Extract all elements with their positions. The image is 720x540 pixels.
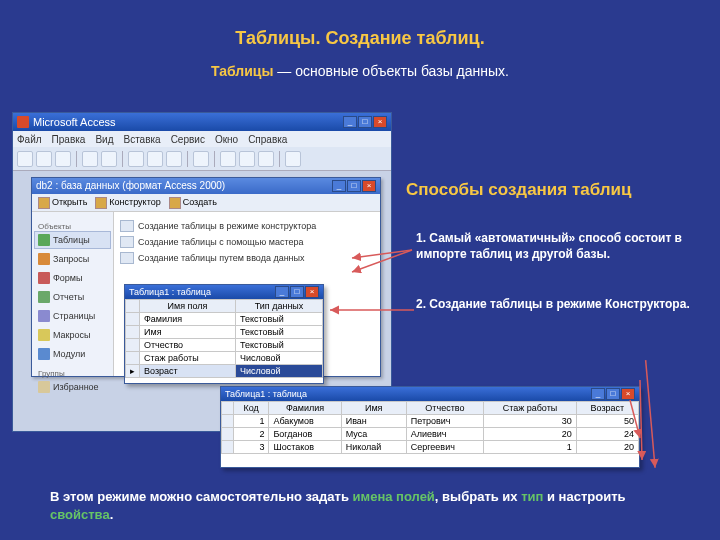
db-design-button[interactable]: Конструктор	[95, 197, 160, 209]
menu-help[interactable]: Справка	[248, 134, 287, 145]
design-max-button[interactable]: □	[290, 286, 304, 298]
data-close-button[interactable]: ×	[621, 388, 635, 400]
reports-icon	[38, 291, 50, 303]
access-window: Microsoft Access _ □ × Файл Правка Вид В…	[12, 112, 392, 432]
table-row: 1АбакумовИванПетрович3050	[222, 415, 639, 428]
bottom-caption: В этом режиме можно самостоятельно задат…	[50, 488, 670, 524]
new-icon	[169, 197, 181, 209]
toolbar-help-icon[interactable]	[285, 151, 301, 167]
col-experience[interactable]: Стаж работы	[484, 402, 577, 415]
access-title: Microsoft Access	[33, 113, 116, 131]
col-age[interactable]: Возраст	[576, 402, 638, 415]
col-code[interactable]: Код	[234, 402, 269, 415]
table-row: 3ШостаковНиколайСергеевич120	[222, 441, 639, 454]
maximize-button[interactable]: □	[358, 116, 372, 128]
toolbar-office-icon[interactable]	[220, 151, 236, 167]
db-maximize-button[interactable]: □	[347, 180, 361, 192]
design-row: ФамилияТекстовый	[126, 313, 323, 326]
tables-icon	[38, 234, 50, 246]
close-button[interactable]: ×	[373, 116, 387, 128]
toolbar-save-icon[interactable]	[55, 151, 71, 167]
db-open-button[interactable]: Открыть	[38, 197, 87, 209]
data-min-button[interactable]: _	[591, 388, 605, 400]
toolbar-undo-icon[interactable]	[193, 151, 209, 167]
access-logo-icon	[17, 116, 29, 128]
design-min-button[interactable]: _	[275, 286, 289, 298]
db-minimize-button[interactable]: _	[332, 180, 346, 192]
toolbar-cut-icon[interactable]	[128, 151, 144, 167]
design-row: ОтчествоТекстовый	[126, 339, 323, 352]
svg-line-5	[646, 360, 655, 468]
menu-insert[interactable]: Вставка	[123, 134, 160, 145]
create-table-design[interactable]: Создание таблицы в режиме конструктора	[120, 218, 374, 234]
caption-part: , выбрать их	[435, 489, 521, 504]
cat-macros[interactable]: Макросы	[34, 326, 111, 344]
design-title: Таблица1 : таблица	[129, 285, 211, 299]
entry-option-icon	[120, 252, 134, 264]
datasheet-title: Таблица1 : таблица	[225, 387, 307, 401]
toolbar-new-icon[interactable]	[17, 151, 33, 167]
way-1-text: 1. Самый «автоматичный» способ состоит в…	[416, 230, 696, 262]
caption-part: и настроить	[543, 489, 625, 504]
cat-modules[interactable]: Модули	[34, 345, 111, 363]
open-icon	[38, 197, 50, 209]
cat-reports[interactable]: Отчеты	[34, 288, 111, 306]
datasheet-grid[interactable]: Код Фамилия Имя Отчество Стаж работы Воз…	[221, 401, 639, 454]
design-icon	[95, 197, 107, 209]
db-titlebar[interactable]: db2 : база данных (формат Access 2000) _…	[32, 178, 380, 194]
cat-queries[interactable]: Запросы	[34, 250, 111, 268]
col-patronymic[interactable]: Отчество	[406, 402, 483, 415]
datasheet-titlebar[interactable]: Таблица1 : таблица _ □ ×	[221, 387, 639, 401]
cat-pages[interactable]: Страницы	[34, 307, 111, 325]
wizard-option-icon	[120, 236, 134, 248]
subtitle-rest: — основные объекты базы данных.	[273, 63, 509, 79]
minimize-button[interactable]: _	[343, 116, 357, 128]
cat-tables[interactable]: Таблицы	[34, 231, 111, 249]
db-new-button[interactable]: Создать	[169, 197, 217, 209]
col-field-name[interactable]: Имя поля	[140, 300, 236, 313]
main-toolbar	[13, 147, 391, 171]
toolbar-rel-icon[interactable]	[239, 151, 255, 167]
data-max-button[interactable]: □	[606, 388, 620, 400]
pages-icon	[38, 310, 50, 322]
toolbar-analyze-icon[interactable]	[258, 151, 274, 167]
col-field-type[interactable]: Тип данных	[235, 300, 322, 313]
subtitle-emph: Таблицы	[211, 63, 273, 79]
toolbar-copy-icon[interactable]	[147, 151, 163, 167]
menu-view[interactable]: Вид	[95, 134, 113, 145]
way-2-text: 2. Создание таблицы в режиме Конструктор…	[416, 296, 696, 312]
caption-emph: свойства	[50, 507, 110, 522]
create-table-wizard[interactable]: Создание таблицы с помощью мастера	[120, 234, 374, 250]
access-titlebar[interactable]: Microsoft Access _ □ ×	[13, 113, 391, 131]
design-row: ИмяТекстовый	[126, 326, 323, 339]
table-datasheet-window: Таблица1 : таблица _ □ × Код Фамилия Имя…	[220, 386, 640, 468]
svg-line-4	[640, 380, 642, 460]
toolbar-paste-icon[interactable]	[166, 151, 182, 167]
table-design-window: Таблица1 : таблица _ □ × Имя поля Тип да…	[124, 284, 324, 384]
menu-file[interactable]: Файл	[17, 134, 42, 145]
design-row: Стаж работыЧисловой	[126, 352, 323, 365]
col-lastname[interactable]: Фамилия	[269, 402, 341, 415]
design-row: ▸ВозрастЧисловой	[126, 365, 323, 378]
col-firstname[interactable]: Имя	[341, 402, 406, 415]
forms-icon	[38, 272, 50, 284]
design-close-button[interactable]: ×	[305, 286, 319, 298]
groups-label: Группы	[34, 369, 111, 378]
toolbar-print-icon[interactable]	[82, 151, 98, 167]
db-close-button[interactable]: ×	[362, 180, 376, 192]
cat-favorites[interactable]: Избранное	[34, 378, 111, 396]
ways-heading: Способы создания таблиц	[406, 180, 632, 200]
menu-window[interactable]: Окно	[215, 134, 238, 145]
design-titlebar[interactable]: Таблица1 : таблица _ □ ×	[125, 285, 323, 299]
toolbar-preview-icon[interactable]	[101, 151, 117, 167]
create-table-entry[interactable]: Создание таблицы путем ввода данных	[120, 250, 374, 266]
cat-forms[interactable]: Формы	[34, 269, 111, 287]
toolbar-open-icon[interactable]	[36, 151, 52, 167]
caption-part: В этом режиме можно самостоятельно задат…	[50, 489, 353, 504]
menu-edit[interactable]: Правка	[52, 134, 86, 145]
design-grid[interactable]: Имя поля Тип данных ФамилияТекстовый Имя…	[125, 299, 323, 378]
menu-tools[interactable]: Сервис	[171, 134, 205, 145]
modules-icon	[38, 348, 50, 360]
macros-icon	[38, 329, 50, 341]
db-title: db2 : база данных (формат Access 2000)	[36, 178, 225, 194]
